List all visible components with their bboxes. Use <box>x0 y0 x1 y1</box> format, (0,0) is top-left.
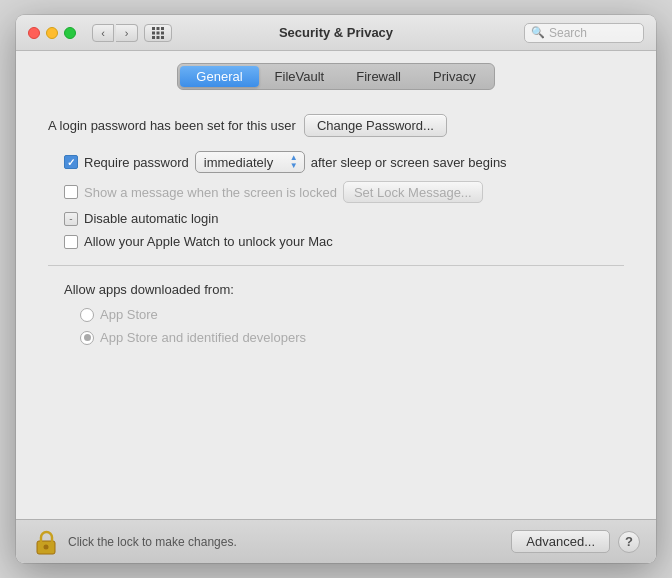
identified-developers-radio[interactable] <box>80 331 94 345</box>
change-password-button[interactable]: Change Password... <box>304 114 447 137</box>
content-area: A login password has been set for this u… <box>16 98 656 519</box>
close-button[interactable] <box>28 27 40 39</box>
show-message-row: Show a message when the screen is locked… <box>48 181 624 203</box>
app-store-radio-label: App Store <box>100 307 158 322</box>
svg-rect-5 <box>161 31 164 34</box>
svg-point-10 <box>44 544 49 549</box>
section-divider <box>48 265 624 266</box>
allow-apps-title: Allow apps downloaded from: <box>48 282 624 297</box>
login-password-text: A login password has been set for this u… <box>48 118 296 133</box>
svg-rect-2 <box>161 27 164 30</box>
require-password-row: Require password immediately ▲ ▼ after s… <box>48 151 624 173</box>
disable-auto-login-checkbox[interactable] <box>64 212 78 226</box>
apple-watch-row: Allow your Apple Watch to unlock your Ma… <box>48 234 624 249</box>
login-password-section: A login password has been set for this u… <box>48 114 624 137</box>
bottom-bar: Click the lock to make changes. Advanced… <box>16 519 656 563</box>
svg-rect-4 <box>157 31 160 34</box>
lock-text: Click the lock to make changes. <box>68 535 237 549</box>
show-message-label: Show a message when the screen is locked <box>84 185 337 200</box>
help-button[interactable]: ? <box>618 531 640 553</box>
search-placeholder: Search <box>549 26 587 40</box>
traffic-lights <box>28 27 76 39</box>
lock-icon[interactable] <box>32 528 60 556</box>
svg-rect-8 <box>161 36 164 39</box>
tabs-container: General FileVault Firewall Privacy <box>16 51 656 98</box>
title-bar: ‹ › Security & Privacy 🔍 Search <box>16 15 656 51</box>
bottom-buttons: Advanced... ? <box>511 530 640 553</box>
search-icon: 🔍 <box>531 26 545 39</box>
set-lock-message-button: Set Lock Message... <box>343 181 483 203</box>
nav-buttons: ‹ › <box>92 24 138 42</box>
main-window: ‹ › Security & Privacy 🔍 Search General … <box>16 15 656 563</box>
back-button[interactable]: ‹ <box>92 24 114 42</box>
dropdown-arrows: ▲ ▼ <box>290 154 298 170</box>
tab-filevault[interactable]: FileVault <box>259 66 341 87</box>
window-title: Security & Privacy <box>279 25 393 40</box>
show-message-checkbox[interactable] <box>64 185 78 199</box>
require-password-checkbox[interactable] <box>64 155 78 169</box>
disable-auto-login-label: Disable automatic login <box>84 211 218 226</box>
maximize-button[interactable] <box>64 27 76 39</box>
allow-apps-section: Allow apps downloaded from: App Store Ap… <box>48 282 624 345</box>
search-bar[interactable]: 🔍 Search <box>524 23 644 43</box>
svg-rect-0 <box>152 27 155 30</box>
identified-developers-radio-label: App Store and identified developers <box>100 330 306 345</box>
minimize-button[interactable] <box>46 27 58 39</box>
after-sleep-text: after sleep or screen saver begins <box>311 155 507 170</box>
immediately-value: immediately <box>204 155 286 170</box>
tab-general[interactable]: General <box>180 66 258 87</box>
app-store-radio-row: App Store <box>48 307 624 322</box>
require-password-label: Require password <box>84 155 189 170</box>
grid-button[interactable] <box>144 24 172 42</box>
tab-privacy[interactable]: Privacy <box>417 66 492 87</box>
tab-firewall[interactable]: Firewall <box>340 66 417 87</box>
advanced-button[interactable]: Advanced... <box>511 530 610 553</box>
identified-developers-radio-row: App Store and identified developers <box>48 330 624 345</box>
forward-button[interactable]: › <box>116 24 138 42</box>
apple-watch-label: Allow your Apple Watch to unlock your Ma… <box>84 234 333 249</box>
svg-rect-1 <box>157 27 160 30</box>
apple-watch-checkbox[interactable] <box>64 235 78 249</box>
app-store-radio[interactable] <box>80 308 94 322</box>
tabs: General FileVault Firewall Privacy <box>177 63 494 90</box>
disable-auto-login-row: Disable automatic login <box>48 211 624 226</box>
svg-rect-7 <box>157 36 160 39</box>
svg-rect-3 <box>152 31 155 34</box>
svg-rect-6 <box>152 36 155 39</box>
immediately-dropdown[interactable]: immediately ▲ ▼ <box>195 151 305 173</box>
